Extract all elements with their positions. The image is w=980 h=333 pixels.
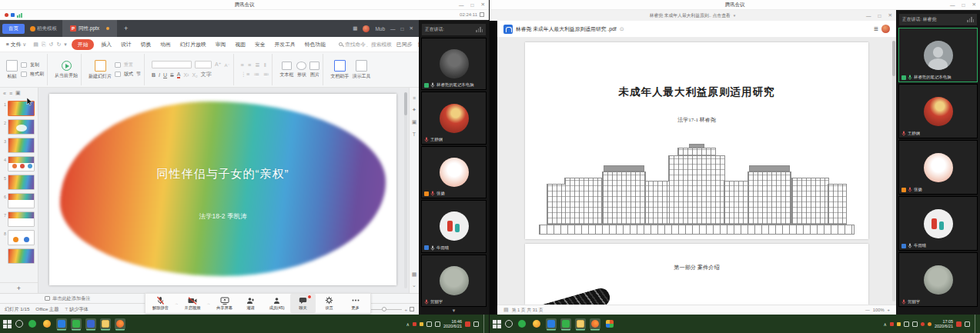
slide-thumb-row[interactable]: 2 [0, 118, 38, 136]
taskbar-app-browser[interactable] [42, 318, 52, 329]
participant-tile[interactable]: 王静娴 [421, 92, 487, 144]
pdf-zoom-in-button[interactable]: + [888, 308, 890, 312]
slide-canvas[interactable]: 同性伴侣与子女的“亲权” 法学18-2 季凯涛 [38, 88, 409, 293]
video-options-chevron[interactable]: ︿ [207, 301, 211, 305]
rail-properties-icon[interactable]: ≡ [413, 95, 416, 101]
fullscreen-icon[interactable] [480, 12, 484, 17]
menu-item-insert[interactable]: 插入 [99, 39, 114, 50]
strikethrough-button[interactable]: S [170, 72, 174, 78]
quick-access-toolbar[interactable]: ▤⎘↺↻▾ [33, 42, 67, 48]
tray-icon[interactable] [928, 322, 932, 326]
settings-button[interactable]: 设置 [316, 294, 342, 313]
wps-minimize-button[interactable]: — [390, 26, 396, 32]
participant-tile[interactable]: 林睿尧的笔记本电脑 [421, 38, 487, 90]
taskbar-app-office[interactable] [604, 318, 615, 329]
apps-grid-icon[interactable]: ▦ [353, 25, 357, 32]
participant-tile[interactable]: 张扬 [898, 140, 978, 195]
speaking-now-tab[interactable]: 正在讲话: [422, 24, 486, 35]
pdf-zoom-out-button[interactable]: — [865, 308, 870, 312]
rail-grid-icon[interactable]: ▦ [412, 271, 417, 278]
paste-button[interactable]: 粘贴 [6, 60, 18, 80]
participant-tile[interactable]: 贺丽宇 [898, 252, 978, 307]
page-indicator[interactable]: 第 1 页 共 31 页 [512, 307, 544, 314]
canvas-scrollbar[interactable] [404, 92, 407, 288]
members-button[interactable]: 成员(45) [264, 294, 289, 313]
taskbar-app-meeting[interactable] [546, 318, 557, 329]
slide-thumbnail-3[interactable] [8, 138, 35, 153]
wps-user-avatar[interactable] [363, 25, 370, 32]
participant-tile[interactable]: 王静娴 [898, 84, 978, 138]
share-maximize-button[interactable]: □ [878, 13, 881, 18]
rail-text-icon[interactable]: T [413, 132, 416, 137]
wps-restore-button[interactable]: □ [401, 26, 404, 32]
font-size-select[interactable] [195, 61, 212, 68]
play-from-current-button[interactable]: 从当前开始 [55, 61, 78, 79]
pdf-zoom-value[interactable]: 100% [873, 308, 885, 312]
minimize-button[interactable]: — [459, 2, 464, 8]
mic-options-chevron[interactable]: ︿ [175, 301, 179, 305]
superscript-button[interactable]: X² [183, 72, 189, 78]
wps-template-tab[interactable]: 稻壳模板 [27, 25, 60, 32]
pdf-content-area[interactable]: 未成年人最大利益原则适用研究 法学17-1 林睿尧 [497, 38, 896, 305]
fit-slide-icon[interactable] [410, 307, 414, 311]
slide-thumb-row[interactable] [0, 247, 38, 265]
more-button[interactable]: 更多 [343, 294, 368, 313]
minimize-button[interactable]: — [950, 2, 955, 8]
font-grow-button[interactable]: A⁺ [215, 62, 221, 68]
tray-volume-icon[interactable] [912, 321, 918, 327]
pdf-scrollbar[interactable] [892, 41, 895, 301]
taskbar-app-browser[interactable] [531, 318, 542, 329]
participant-tile[interactable]: 张扬 [421, 146, 487, 198]
subscript-button[interactable]: X₂ [192, 72, 197, 78]
menu-item-view[interactable]: 视图 [232, 39, 248, 50]
layout-button[interactable]: 版式节 [115, 71, 141, 78]
paragraph-align-group[interactable]: ≡≡≣‖ [241, 62, 269, 68]
cortana-button[interactable] [15, 320, 23, 328]
theme-name[interactable]: Office 主题 [35, 306, 59, 313]
pdf-menu-icon[interactable]: ≡ [874, 25, 878, 33]
format-painter-button[interactable]: 格式刷 [21, 71, 44, 78]
page-thumb-icon[interactable]: ▤ [503, 307, 509, 313]
close-button[interactable]: ✕ [481, 2, 485, 8]
unmute-button[interactable]: 解除静音 [148, 294, 173, 313]
command-search[interactable]: 查找命令、搜索模板 [339, 41, 392, 48]
taskbar-app-wechat[interactable] [560, 318, 571, 329]
tray-icon[interactable] [897, 322, 901, 326]
share-view-topbar[interactable]: 林睿尧 未成年人最大利益原则.. 点击查看 ▼ — □ ✕ [490, 10, 896, 21]
rail-design-icon[interactable]: ▣ [412, 119, 417, 125]
slide-thumb-row[interactable]: 4 [0, 155, 38, 173]
tray-icon[interactable] [413, 322, 416, 326]
zoom-slider[interactable] [368, 309, 402, 310]
slide-title-text[interactable]: 同性伴侣与子女的“亲权” [49, 167, 396, 181]
zoom-slider-knob[interactable] [382, 307, 386, 311]
picture-button[interactable]: 图片 [309, 62, 319, 78]
file-menu[interactable]: ≡ 文件 ∨ [4, 39, 28, 50]
share-minimize-button[interactable]: — [866, 13, 871, 18]
menu-item-home[interactable]: 开始 [72, 39, 95, 50]
maximize-button[interactable]: □ [471, 2, 474, 8]
slide-thumbnail-4[interactable] [8, 156, 35, 171]
pdf-info-icon[interactable]: ⊙ [620, 26, 624, 32]
reset-button[interactable]: 重置 [115, 62, 141, 68]
copy-button[interactable]: 复制 [21, 62, 44, 68]
taskbar-app-explorer[interactable] [575, 318, 586, 329]
add-slide-button[interactable]: + [17, 285, 21, 292]
show-desktop-button[interactable] [975, 315, 977, 333]
menu-item-features[interactable]: 特色功能 [303, 39, 328, 50]
tray-icon[interactable] [921, 322, 925, 326]
outline-view-icon[interactable]: ≡ [9, 91, 12, 96]
slide-thumb-row[interactable]: 8 [0, 228, 38, 247]
menu-item-security[interactable]: 安全 [253, 39, 268, 50]
font-name-select[interactable] [152, 61, 192, 68]
slide-thumbnail-6[interactable] [8, 193, 35, 208]
missing-font-warning[interactable]: Ƭ 缺少字体 [65, 306, 88, 313]
tray-icon[interactable] [420, 322, 423, 326]
bold-button[interactable]: B [152, 72, 156, 78]
participant-tile[interactable]: 牛雨晴 [421, 200, 487, 252]
slide-thumbnail-1[interactable] [8, 101, 35, 116]
slide-thumbnail-5[interactable] [8, 175, 35, 190]
paragraph-list-group[interactable]: ⋮≡≔≕ [241, 71, 269, 78]
invite-button[interactable]: 邀请 [238, 294, 263, 313]
cloud-sync-status[interactable]: 已同步 [396, 41, 412, 48]
menu-item-slideshow[interactable]: 幻灯片放映 [178, 39, 209, 50]
